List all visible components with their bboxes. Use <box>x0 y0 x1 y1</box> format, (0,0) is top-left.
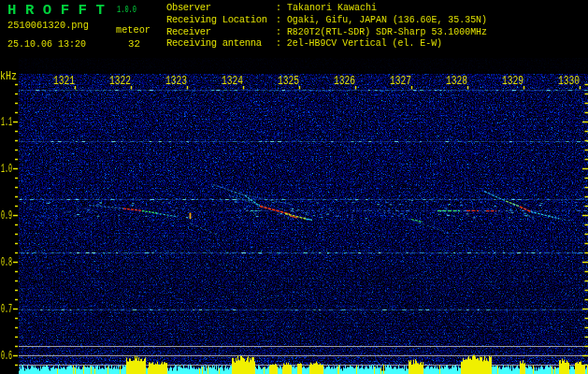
svg-text:1324: 1324 <box>222 75 243 88</box>
svg-text:meteor: meteor <box>116 24 151 36</box>
svg-text:1330: 1330 <box>558 75 580 88</box>
svg-text:Receiving Location: Receiving Location <box>166 14 267 25</box>
svg-text:: R820T2(RTL-SDR) SDR-Sharp 53: : R820T2(RTL-SDR) SDR-Sharp 53.1000MHz <box>276 26 487 37</box>
svg-text:H R O F F T: H R O F F T <box>7 3 105 19</box>
svg-text:0.8: 0.8 <box>1 256 12 269</box>
svg-text:1325: 1325 <box>278 75 299 88</box>
svg-text:1329: 1329 <box>502 75 523 88</box>
svg-text:1321: 1321 <box>53 75 75 88</box>
svg-text:25.10.06 13:20: 25.10.06 13:20 <box>7 38 86 50</box>
svg-text:1.0.0: 1.0.0 <box>117 4 136 15</box>
svg-text:: Takanori Kawachi: : Takanori Kawachi <box>276 2 377 13</box>
svg-text:1322: 1322 <box>109 75 131 88</box>
svg-text:1.1: 1.1 <box>1 116 12 129</box>
svg-text:0.7: 0.7 <box>1 303 12 316</box>
svg-text:1327: 1327 <box>390 75 411 88</box>
svg-text:Receiving antenna: Receiving antenna <box>166 37 262 49</box>
svg-text:1328: 1328 <box>446 75 467 88</box>
svg-text:Receiver: Receiver <box>166 26 211 37</box>
svg-text:0.9: 0.9 <box>1 209 12 223</box>
svg-text:0.6: 0.6 <box>1 350 12 363</box>
svg-text:1326: 1326 <box>334 75 355 88</box>
svg-text:1.0: 1.0 <box>1 163 12 176</box>
svg-text:Observer: Observer <box>166 2 211 13</box>
svg-text:32: 32 <box>128 38 140 50</box>
svg-text:2510061320.png: 2510061320.png <box>7 20 89 31</box>
svg-text:1323: 1323 <box>165 75 187 88</box>
svg-text:kHz: kHz <box>0 70 17 83</box>
svg-text:: 2el-HB9CV Vertical (el. E-W): : 2el-HB9CV Vertical (el. E-W) <box>276 37 442 49</box>
svg-text:: Ogaki, Gifu, JAPAN (136.60E,: : Ogaki, Gifu, JAPAN (136.60E, 35.35N) <box>276 14 487 25</box>
